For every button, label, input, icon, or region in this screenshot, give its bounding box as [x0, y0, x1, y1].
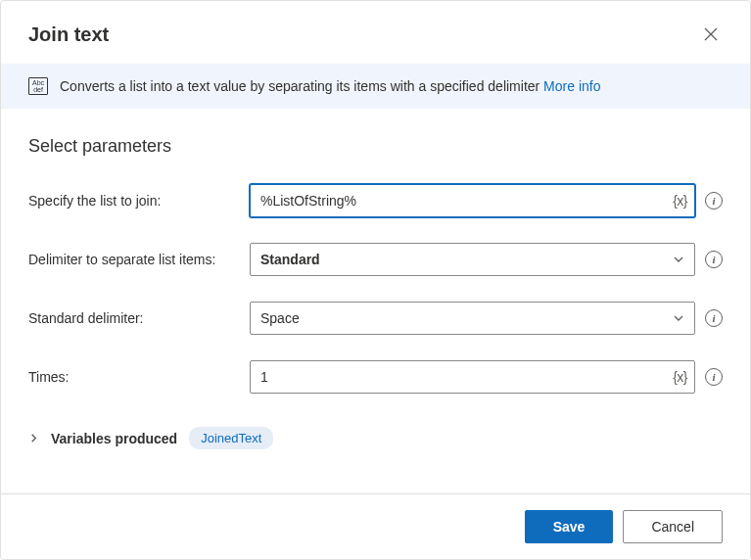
- info-icon[interactable]: i: [705, 192, 723, 210]
- variable-picker-icon[interactable]: {x}: [673, 193, 687, 209]
- info-icon[interactable]: i: [705, 368, 723, 386]
- dialog-header: Join text: [1, 1, 750, 64]
- chevron-down-icon: [673, 254, 684, 265]
- standard-delimiter-label: Standard delimiter:: [28, 310, 240, 326]
- dialog-title: Join text: [28, 23, 109, 46]
- variable-pill[interactable]: JoinedText: [189, 427, 273, 449]
- delimiter-field-wrap: Standard: [250, 243, 695, 276]
- variables-produced-label: Variables produced: [51, 431, 177, 446]
- row-standard-delimiter: Standard delimiter: Space i: [28, 302, 723, 335]
- banner-text: Converts a list into a text value by sep…: [60, 78, 540, 94]
- dialog-footer: Save Cancel: [1, 493, 750, 559]
- delimiter-value: Standard: [260, 252, 320, 267]
- times-label: Times:: [28, 369, 240, 385]
- row-delimiter: Delimiter to separate list items: Standa…: [28, 243, 723, 276]
- row-list: Specify the list to join: {x} i: [28, 184, 723, 217]
- save-button[interactable]: Save: [525, 510, 614, 543]
- section-title: Select parameters: [28, 136, 723, 157]
- dialog-content: Select parameters Specify the list to jo…: [1, 109, 750, 465]
- times-field-wrap: {x}: [250, 360, 695, 394]
- cancel-button[interactable]: Cancel: [623, 510, 723, 543]
- variable-picker-icon[interactable]: {x}: [673, 369, 687, 385]
- banner-content: Converts a list into a text value by sep…: [60, 78, 600, 94]
- more-info-link[interactable]: More info: [543, 78, 600, 94]
- delimiter-dropdown[interactable]: Standard: [250, 243, 695, 276]
- list-label: Specify the list to join:: [28, 193, 240, 209]
- delimiter-label: Delimiter to separate list items:: [28, 252, 240, 267]
- row-times: Times: {x} i: [28, 360, 723, 394]
- times-input[interactable]: [250, 360, 695, 394]
- list-field-wrap: {x}: [250, 184, 695, 217]
- chevron-down-icon: [673, 312, 684, 324]
- info-icon[interactable]: i: [705, 251, 723, 268]
- standard-delimiter-dropdown[interactable]: Space: [250, 302, 695, 335]
- text-abc-icon: Abcdef: [28, 77, 48, 95]
- standard-delimiter-value: Space: [260, 310, 300, 326]
- list-input[interactable]: [250, 184, 695, 217]
- info-banner: Abcdef Converts a list into a text value…: [1, 64, 750, 109]
- chevron-right-icon[interactable]: [28, 433, 39, 443]
- close-icon: [704, 27, 718, 41]
- standard-delimiter-field-wrap: Space: [250, 302, 695, 335]
- info-icon[interactable]: i: [705, 309, 723, 327]
- variables-produced-row: Variables produced JoinedText: [28, 419, 723, 457]
- close-button[interactable]: [699, 23, 723, 46]
